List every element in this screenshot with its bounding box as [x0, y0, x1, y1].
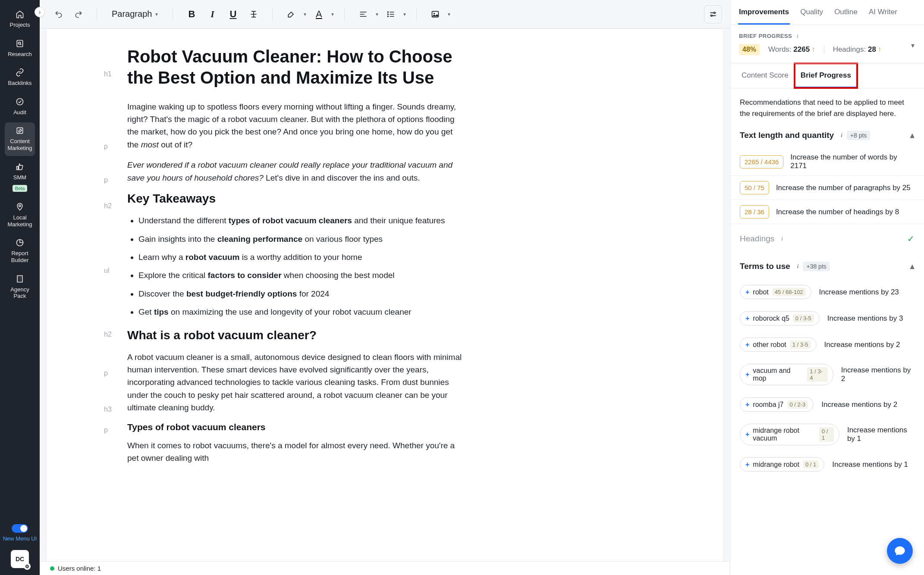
- chat-icon: [894, 545, 906, 557]
- nav-audit[interactable]: Audit: [5, 94, 35, 120]
- doc-paragraph[interactable]: Ever wondered if a robot vacuum cleaner …: [127, 159, 464, 184]
- nav-projects[interactable]: Projects: [5, 6, 35, 33]
- info-icon[interactable]: i: [797, 33, 798, 39]
- text-color-button[interactable]: A: [311, 6, 327, 22]
- list-item[interactable]: Understand the different types of robot …: [138, 214, 464, 227]
- user-avatar[interactable]: DC ⚙: [11, 550, 29, 568]
- term-name: other robot: [753, 341, 786, 349]
- chevron-down-icon[interactable]: ▾: [448, 11, 450, 17]
- up-arrow-icon: ↑: [811, 45, 815, 53]
- doc-h3[interactable]: Types of robot vacuum cleaners: [127, 422, 676, 432]
- nav-backlinks[interactable]: Backlinks: [5, 64, 35, 91]
- new-menu-toggle[interactable]: [12, 524, 28, 533]
- metric-text: Increase the number of words by 2171: [790, 153, 915, 170]
- nav-report-builder[interactable]: Report Builder: [5, 234, 35, 268]
- list-item[interactable]: Explore the critical factors to consider…: [138, 269, 464, 282]
- nav-agency-pack[interactable]: Agency Pack: [5, 271, 35, 304]
- chat-widget-button[interactable]: [887, 538, 913, 564]
- collapse-summary-button[interactable]: ▾: [911, 41, 915, 50]
- list-item[interactable]: Learn why a robot vacuum is a worthy add…: [138, 251, 464, 264]
- subtab-content-score[interactable]: Content Score: [735, 63, 795, 88]
- svg-point-2: [17, 98, 23, 105]
- progress-percent-badge: 48%: [739, 44, 760, 55]
- term-name: midrange robot vacuum: [753, 427, 816, 442]
- section-terms[interactable]: Terms to use i +38 pts ▴: [730, 252, 924, 279]
- main-area: Paragraph ▾ B I U ▾ A ▾ ▾ ▾ ▾: [40, 0, 730, 575]
- info-icon[interactable]: i: [797, 263, 799, 270]
- gutter-tag: h2: [104, 202, 112, 210]
- term-chip[interactable]: +other robot1 / 3-5: [740, 338, 817, 352]
- undo-button[interactable]: [51, 7, 66, 21]
- metric-text: Increase the number of paragraphs by 25: [776, 184, 911, 192]
- list-item[interactable]: Get tips on maximizing the use and longe…: [138, 306, 464, 319]
- nav-smm[interactable]: SMM Beta: [5, 159, 35, 197]
- editor-settings-button[interactable]: [704, 5, 722, 23]
- gutter-tag: p: [104, 426, 108, 434]
- doc-h1[interactable]: Robot Vacuum Cleaner: How to Choose the …: [127, 46, 455, 88]
- chevron-down-icon[interactable]: ▾: [403, 11, 406, 17]
- align-button[interactable]: [355, 6, 371, 22]
- term-count: 1 / 3-5: [790, 341, 811, 349]
- list-item[interactable]: Discover the best budget-friendly option…: [138, 288, 464, 300]
- expand-sidebar-button[interactable]: ›: [35, 7, 45, 17]
- term-chip[interactable]: +vacuum and mop1 / 3-4: [740, 364, 833, 385]
- block-style-select[interactable]: Paragraph ▾: [107, 6, 162, 22]
- underline-button[interactable]: U: [225, 6, 241, 22]
- strikethrough-button[interactable]: [245, 6, 262, 22]
- improvements-subtabs: Content Score Brief Progress: [730, 63, 924, 88]
- doc-paragraph[interactable]: Imagine waking up to spotless floors eve…: [127, 100, 464, 151]
- info-icon[interactable]: i: [781, 235, 783, 242]
- section-headings[interactable]: Headings i ✓: [730, 224, 924, 252]
- document-canvas[interactable]: h1 p p h2 ul h2 p h3 p Robot Vacuum Clea…: [46, 28, 724, 575]
- tab-outline[interactable]: Outline: [833, 0, 858, 25]
- subtab-brief-progress[interactable]: Brief Progress: [795, 63, 857, 88]
- svg-point-7: [388, 12, 389, 12]
- term-chip[interactable]: +midrange robot0 / 1: [740, 457, 824, 472]
- term-chip[interactable]: +robot45 / 68-102: [740, 285, 811, 299]
- highlight-color-button[interactable]: [283, 6, 299, 22]
- tab-improvements[interactable]: Improvements: [738, 0, 790, 25]
- highlight-icon: [287, 10, 295, 19]
- metric-pill: 28 / 36: [740, 205, 769, 219]
- term-name: roomba j7: [753, 401, 783, 409]
- metric-row: 50 / 75Increase the number of paragraphs…: [730, 176, 924, 200]
- insert-image-button[interactable]: [427, 6, 443, 22]
- doc-list[interactable]: Understand the different types of robot …: [127, 214, 464, 319]
- chevron-down-icon[interactable]: ▾: [376, 11, 378, 17]
- list-icon: [387, 10, 395, 19]
- svg-point-9: [388, 16, 389, 17]
- doc-h2[interactable]: What is a robot vacuum cleaner?: [127, 328, 676, 342]
- term-name: midrange robot: [753, 461, 799, 469]
- beta-badge: Beta: [13, 185, 28, 192]
- nav-local-marketing[interactable]: Local Marketing: [5, 199, 35, 232]
- doc-paragraph[interactable]: When it comes to robot vacuums, there's …: [127, 439, 464, 465]
- gutter-tag: h1: [104, 70, 112, 78]
- info-icon[interactable]: i: [841, 132, 842, 139]
- chevron-down-icon[interactable]: ▾: [331, 11, 334, 17]
- tab-ai-writer[interactable]: AI Writer: [868, 0, 898, 25]
- chevron-down-icon[interactable]: ▾: [304, 11, 306, 17]
- italic-button[interactable]: I: [204, 6, 220, 22]
- section-text-length[interactable]: Text length and quantity i +8 pts ▴: [730, 121, 924, 148]
- term-chip[interactable]: +midrange robot vacuum0 / 1: [740, 424, 839, 445]
- nav-content-marketing[interactable]: Content Marketing: [5, 122, 35, 156]
- bold-button[interactable]: B: [183, 6, 200, 22]
- section-title: Text length and quantity: [740, 131, 834, 140]
- doc-paragraph[interactable]: A robot vacuum cleaner is a small, auton…: [127, 351, 464, 414]
- svg-rect-3: [17, 128, 22, 134]
- doc-h2[interactable]: Key Takeaways: [127, 192, 676, 206]
- term-chip[interactable]: +roomba j70 / 2-3: [740, 397, 814, 412]
- panel-description: Recommendations that need to be applied …: [730, 88, 924, 121]
- list-button[interactable]: [383, 6, 399, 22]
- nav-research[interactable]: Research: [5, 35, 35, 62]
- list-item[interactable]: Gain insights into the cleaning performa…: [138, 233, 464, 246]
- chevron-up-icon: ▴: [910, 130, 915, 140]
- redo-button[interactable]: [71, 7, 86, 21]
- tab-quality[interactable]: Quality: [799, 0, 824, 25]
- term-chip[interactable]: +roborock q50 / 3-5: [740, 311, 820, 325]
- editor-scroll[interactable]: h1 p p h2 ul h2 p h3 p Robot Vacuum Clea…: [40, 28, 730, 575]
- term-recommendation: Increase mentions by 3: [827, 314, 903, 323]
- term-row: +other robot1 / 3-5Increase mentions by …: [730, 331, 924, 358]
- brief-progress-label: BRIEF PROGRESS: [739, 33, 792, 39]
- headings-label: Headings:: [833, 45, 866, 53]
